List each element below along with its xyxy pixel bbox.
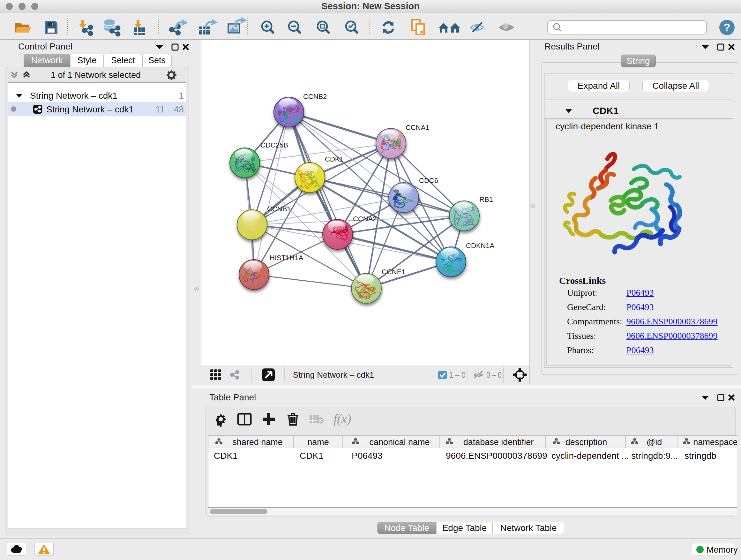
svg-text:@id: @id — [647, 437, 662, 447]
svg-text:description: description — [565, 437, 607, 447]
svg-text:canonical name: canonical name — [369, 437, 429, 447]
svg-text:9606.ENSP00000378699: 9606.ENSP00000378699 — [446, 451, 547, 461]
svg-text:stringdb: stringdb — [684, 451, 717, 461]
svg-text:name: name — [307, 437, 329, 447]
svg-text:CDK1: CDK1 — [300, 451, 324, 461]
svg-text:CDK1: CDK1 — [214, 451, 238, 461]
svg-text:shared name: shared name — [232, 437, 283, 447]
svg-text:P06493: P06493 — [352, 451, 383, 461]
svg-text:cyclin-dependent ...: cyclin-dependent ... — [551, 451, 629, 461]
svg-text:database identifier: database identifier — [463, 437, 534, 447]
svg-text:stringdb:9...: stringdb:9... — [631, 451, 678, 461]
svg-text:namespace: namespace — [693, 437, 737, 447]
